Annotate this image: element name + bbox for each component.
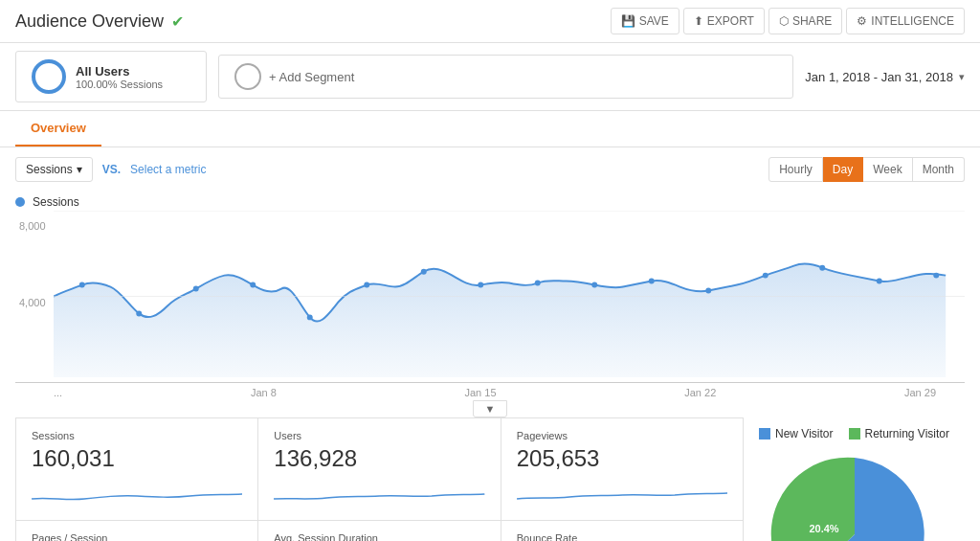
svg-point-2 <box>193 286 199 292</box>
x-label-4: Jan 29 <box>904 387 936 398</box>
tab-overview[interactable]: Overview <box>15 111 101 147</box>
svg-point-5 <box>364 282 369 288</box>
all-users-segment[interactable]: All Users 100.00% Sessions <box>15 51 207 102</box>
legend-label: Sessions <box>33 195 79 209</box>
segment-info: All Users 100.00% Sessions <box>76 64 163 90</box>
save-icon: 💾 <box>621 14 635 28</box>
intelligence-button[interactable]: ⚙ INTELLIGENCE <box>846 8 965 34</box>
metric-select[interactable]: Sessions ▾ <box>15 157 93 182</box>
svg-point-0 <box>79 282 85 288</box>
date-range-dropdown-icon: ▾ <box>959 71 965 83</box>
stats-block: Sessions 160,031 Users 136,928 Pag <box>15 417 744 541</box>
pie-chart-svg: 79.6% 20.4% <box>768 448 941 541</box>
header: Audience Overview ✔ 💾 SAVE ⬆ EXPORT ⬡ SH… <box>0 0 980 43</box>
share-icon: ⬡ <box>779 14 789 28</box>
chart-container: 8,000 4,000 <box>15 211 965 383</box>
chart-expand: ▼ <box>15 400 965 417</box>
returning-visitor-legend-icon <box>849 428 860 440</box>
pie-chart-area: New Visitor Returning Visitor 79.6% 20.4… <box>744 417 965 541</box>
returning-visitor-legend-label: Returning Visitor <box>865 427 950 440</box>
toolbar-left: Sessions ▾ VS. Select a metric <box>15 157 206 182</box>
stats-grid-row1: Sessions 160,031 Users 136,928 Pag <box>15 417 744 541</box>
svg-point-7 <box>478 282 483 288</box>
svg-point-13 <box>819 265 825 271</box>
chart-expand-button[interactable]: ▼ <box>473 400 508 417</box>
time-btn-day[interactable]: Day <box>823 157 863 182</box>
time-buttons: Hourly Day Week Month <box>768 157 965 182</box>
chart-area: Sessions 8,000 4,000 <box>0 192 980 417</box>
bottom-section: Sessions 160,031 Users 136,928 Pag <box>0 417 980 541</box>
pie-legend: New Visitor Returning Visitor <box>759 427 949 440</box>
stat-users-value: 136,928 <box>274 445 484 472</box>
svg-point-9 <box>591 282 597 288</box>
legend-dot <box>15 197 25 207</box>
stat-users-sparkline <box>274 480 484 508</box>
check-icon: ✔ <box>171 12 184 31</box>
y-axis-4000: 4,000 <box>19 297 46 308</box>
time-btn-week[interactable]: Week <box>863 157 912 182</box>
stat-avg-session: Avg. Session Duration 00:01:15 <box>258 521 501 541</box>
x-axis: ... Jan 8 Jan 15 Jan 22 Jan 29 <box>15 383 965 398</box>
svg-text:20.4%: 20.4% <box>809 523 838 534</box>
save-button[interactable]: 💾 SAVE <box>611 8 679 34</box>
svg-point-10 <box>649 279 655 284</box>
stat-users-label: Users <box>274 430 484 441</box>
svg-point-6 <box>421 269 427 275</box>
y-axis-8000: 8,000 <box>19 220 46 232</box>
time-btn-month[interactable]: Month <box>913 157 965 182</box>
chart-svg <box>54 211 965 382</box>
chart-legend: Sessions <box>15 192 965 211</box>
stat-sessions-value: 160,031 <box>32 445 242 472</box>
tab-bar: Overview <box>0 111 980 147</box>
add-segment-button[interactable]: + Add Segment <box>218 55 793 99</box>
stat-pageviews: Pageviews 205,653 <box>501 418 744 521</box>
intelligence-icon: ⚙ <box>857 14 867 28</box>
segment-name: All Users <box>76 64 163 79</box>
svg-point-14 <box>877 279 882 284</box>
new-visitor-legend-icon <box>759 428 770 440</box>
svg-point-12 <box>763 273 768 279</box>
svg-point-3 <box>250 282 256 288</box>
stat-sessions-label: Sessions <box>32 430 242 441</box>
stat-avg-session-label: Avg. Session Duration <box>274 532 484 541</box>
stat-pages-session: Pages / Session 1.29 <box>16 521 258 541</box>
stat-sessions-sparkline <box>32 480 242 508</box>
x-label-1: Jan 8 <box>251 387 277 398</box>
share-button[interactable]: ⬡ SHARE <box>768 8 842 34</box>
metric-dropdown-icon: ▾ <box>77 163 82 176</box>
add-segment-label: + Add Segment <box>269 70 354 84</box>
svg-point-15 <box>933 273 939 279</box>
add-segment-circle <box>234 63 261 90</box>
segment-bar: All Users 100.00% Sessions + Add Segment… <box>0 43 980 111</box>
header-actions: 💾 SAVE ⬆ EXPORT ⬡ SHARE ⚙ INTELLIGENCE <box>611 8 965 34</box>
stat-pageviews-value: 205,653 <box>517 445 727 472</box>
svg-point-1 <box>136 310 142 316</box>
segment-sub: 100.00% Sessions <box>76 79 163 90</box>
date-range-picker[interactable]: Jan 1, 2018 - Jan 31, 2018 ▾ <box>805 70 965 84</box>
stat-pages-session-label: Pages / Session <box>32 532 242 541</box>
select-metric-link[interactable]: Select a metric <box>130 163 206 176</box>
x-label-2: Jan 15 <box>465 387 497 398</box>
pie-legend-returning: Returning Visitor <box>849 427 950 440</box>
stat-bounce-rate-label: Bounce Rate <box>517 532 727 541</box>
segment-circle <box>32 59 66 94</box>
stat-pageviews-sparkline <box>517 480 727 508</box>
stat-sessions: Sessions 160,031 <box>16 418 258 521</box>
export-button[interactable]: ⬆ EXPORT <box>683 8 765 34</box>
svg-rect-18 <box>759 428 770 440</box>
svg-point-8 <box>535 281 541 286</box>
pie-legend-new: New Visitor <box>759 427 833 440</box>
vs-label: VS. <box>102 163 121 176</box>
stat-pageviews-label: Pageviews <box>517 430 727 441</box>
stat-bounce-rate: Bounce Rate 84.03% <box>501 521 744 541</box>
page-title: Audience Overview <box>15 11 164 32</box>
x-label-0: ... <box>54 387 62 398</box>
new-visitor-legend-label: New Visitor <box>775 427 833 440</box>
toolbar: Sessions ▾ VS. Select a metric Hourly Da… <box>0 147 980 192</box>
export-icon: ⬆ <box>694 14 703 28</box>
stat-users: Users 136,928 <box>258 418 501 521</box>
metric-label: Sessions <box>26 163 73 176</box>
header-title: Audience Overview ✔ <box>15 11 184 32</box>
time-btn-hourly[interactable]: Hourly <box>768 157 823 182</box>
svg-point-4 <box>307 314 313 320</box>
